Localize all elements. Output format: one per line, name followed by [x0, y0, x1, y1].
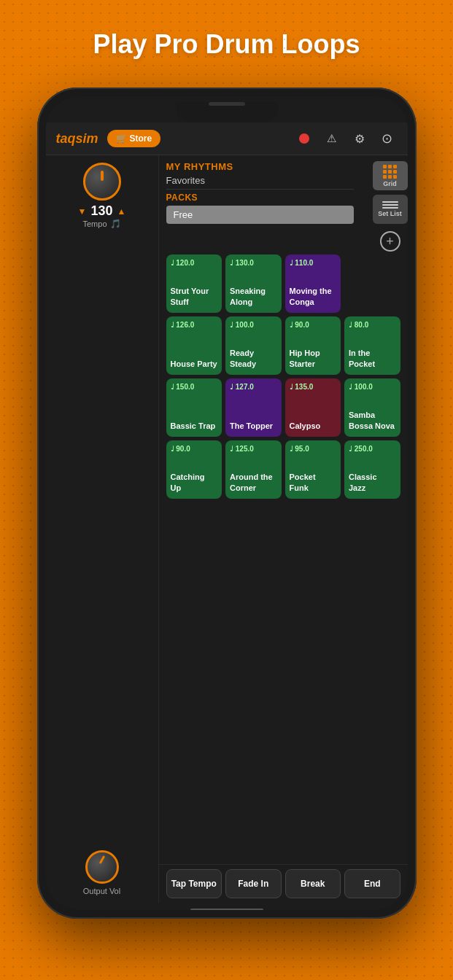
warning-button[interactable]: ⚠	[322, 128, 342, 149]
cell-bpm: ♩ 90.0	[171, 445, 218, 453]
bottom-buttons: Tap TempoFade InBreakEnd	[159, 864, 408, 903]
right-panel: MY RHYTHMS Favorites PACKS Free	[159, 155, 408, 903]
cart-icon: 🛒	[116, 133, 127, 144]
cell-name: Pocket Funk	[290, 472, 337, 493]
cell-name: In the Pocket	[349, 348, 396, 369]
tempo-value: 130	[90, 203, 112, 219]
drum-cell[interactable]: ♩ 120.0Strut Your Stuff	[166, 254, 222, 313]
page-title: Play Pro Drum Loops	[0, 0, 453, 82]
drum-grid: ♩ 120.0Strut Your Stuff♩ 130.0Sneaking A…	[166, 254, 400, 499]
cell-name: Strut Your Stuff	[171, 286, 218, 307]
packs-label: PACKS	[166, 192, 354, 203]
grid-view-button[interactable]: Grid	[373, 161, 408, 190]
drum-cell[interactable]: ♩ 100.0Samba Bossa Nova	[344, 378, 400, 437]
sidebar-spacer	[53, 241, 151, 850]
app-logo: taqsim	[56, 131, 98, 147]
drum-cell[interactable]	[344, 254, 400, 313]
cell-name: Samba Bossa Nova	[349, 410, 396, 431]
tap-tempo-button[interactable]: Tap Tempo	[166, 869, 222, 898]
phone-notch	[176, 102, 278, 122]
output-vol-container: Output Vol	[53, 850, 151, 895]
output-vol-knob[interactable]	[85, 850, 119, 884]
drum-cell[interactable]: ♩ 250.0Classic Jazz	[344, 440, 400, 499]
drum-cell[interactable]: ♩ 80.0In the Pocket	[344, 316, 400, 375]
cell-bpm: ♩ 125.0	[230, 445, 277, 453]
tempo-knob-container: ▼ 130 ▲ Tempo 🎵	[53, 163, 151, 229]
cell-name: Calypso	[290, 421, 337, 431]
store-button[interactable]: 🛒 Store	[107, 130, 161, 147]
cell-bpm: ♩ 100.0	[349, 383, 396, 391]
warning-icon: ⚠	[327, 132, 336, 145]
cell-bpm: ♩ 130.0	[230, 259, 277, 267]
drum-cell[interactable]: ♩ 150.0Bassic Trap	[166, 378, 222, 437]
grid-area: + ♩ 120.0Strut Your Stuff♩ 130.0Sneaking…	[159, 227, 408, 864]
drum-cell[interactable]: ♩ 126.0House Party	[166, 316, 222, 375]
home-indicator	[190, 909, 263, 910]
drum-cell[interactable]: ♩ 90.0Hip Hop Starter	[285, 316, 341, 375]
cell-bpm: ♩ 150.0	[171, 383, 218, 391]
header-icons: ⚠ ⚙ ⊙	[294, 128, 398, 149]
set-list-label: Set List	[378, 210, 402, 217]
cell-bpm: ♩ 100.0	[230, 321, 277, 329]
grid-label: Grid	[383, 180, 397, 187]
fade-in-button[interactable]: Fade In	[225, 869, 282, 898]
tempo-row: ▼ 130 ▲	[78, 203, 126, 219]
phone-inner: taqsim 🛒 Store ⚠ ⚙	[46, 96, 408, 910]
cell-bpm: ♩ 127.0	[230, 383, 277, 391]
cell-bpm: ♩ 120.0	[171, 259, 218, 267]
view-buttons-wrapper: Grid Set List	[373, 155, 408, 230]
cell-bpm: ♩ 250.0	[349, 445, 396, 453]
drum-cell[interactable]: ♩ 130.0Sneaking Along	[225, 254, 282, 313]
cell-name: House Party	[171, 359, 218, 369]
drum-cell[interactable]: ♩ 95.0Pocket Funk	[285, 440, 341, 499]
user-icon: ⊙	[382, 131, 392, 147]
speaker	[209, 102, 245, 106]
phone-frame: taqsim 🛒 Store ⚠ ⚙	[37, 88, 417, 919]
drum-cell[interactable]: ♩ 110.0Moving the Conga	[285, 254, 341, 313]
cell-name: Bassic Trap	[171, 421, 218, 431]
drum-cell[interactable]: ♩ 90.0Catching Up	[166, 440, 222, 499]
cell-bpm: ♩ 90.0	[290, 321, 337, 329]
drum-cell[interactable]: ♩ 135.0Calypso	[285, 378, 341, 437]
rec-dot	[299, 133, 309, 144]
metronome-icon: 🎵	[110, 219, 121, 229]
drum-cell[interactable]: ♩ 127.0The Topper	[225, 378, 282, 437]
set-list-view-button[interactable]: Set List	[373, 195, 408, 224]
panel-header-area: MY RHYTHMS Favorites PACKS Free	[159, 155, 408, 227]
panel-header: MY RHYTHMS Favorites PACKS Free	[159, 155, 361, 227]
tempo-down-arrow[interactable]: ▼	[78, 206, 87, 217]
cell-name: Around the Corner	[230, 472, 277, 493]
record-button[interactable]	[294, 128, 314, 149]
tempo-knob[interactable]	[83, 163, 121, 201]
drum-cell[interactable]: ♩ 100.0Ready Steady	[225, 316, 282, 375]
cell-bpm: ♩ 135.0	[290, 383, 337, 391]
list-icon	[382, 201, 398, 209]
end-button[interactable]: End	[344, 869, 400, 898]
tempo-label-text: Tempo	[82, 219, 107, 228]
add-button[interactable]: +	[380, 231, 400, 252]
output-vol-label: Output Vol	[83, 887, 120, 895]
cell-name: The Topper	[230, 421, 277, 431]
cell-name: Hip Hop Starter	[290, 348, 337, 369]
my-rhythms-label: MY RHYTHMS	[166, 161, 354, 172]
tempo-up-arrow[interactable]: ▲	[117, 206, 126, 217]
cell-name: Ready Steady	[230, 348, 277, 369]
app-header: taqsim 🛒 Store ⚠ ⚙	[46, 122, 408, 155]
cell-bpm: ♩ 110.0	[290, 259, 337, 267]
cell-name: Moving the Conga	[290, 286, 337, 307]
favorites-item[interactable]: Favorites	[166, 172, 354, 190]
cell-name: Sneaking Along	[230, 286, 277, 307]
cell-name: Catching Up	[171, 472, 218, 493]
cell-name: Classic Jazz	[349, 472, 396, 493]
content-area: ▼ 130 ▲ Tempo 🎵 Output Vol	[46, 155, 408, 903]
cell-bpm: ♩ 126.0	[171, 321, 218, 329]
drum-cell[interactable]: ♩ 125.0Around the Corner	[225, 440, 282, 499]
grid-icon	[383, 165, 397, 179]
free-pack-item[interactable]: Free	[166, 206, 354, 224]
tempo-label: Tempo 🎵	[82, 219, 120, 229]
profile-button[interactable]: ⊙	[377, 128, 398, 149]
settings-button[interactable]: ⚙	[349, 128, 370, 149]
gear-icon: ⚙	[355, 132, 365, 146]
break-button[interactable]: Break	[285, 869, 341, 898]
cell-bpm: ♩ 80.0	[349, 321, 396, 329]
